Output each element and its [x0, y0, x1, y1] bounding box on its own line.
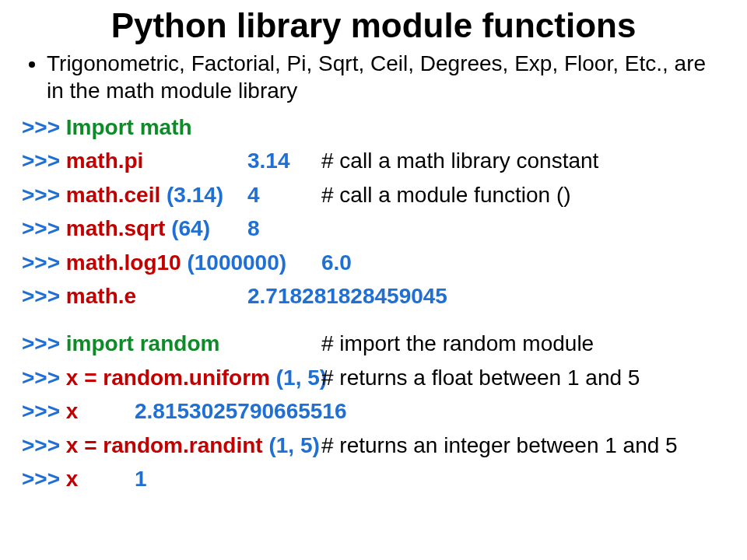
- repl-prompt: >>>: [22, 399, 60, 423]
- code-line-math-ceil: >>> math.ceil (3.14) 4 # call a module f…: [22, 178, 725, 212]
- code-line-import-math: >>> Import math: [22, 110, 725, 144]
- code-line-math-log10: >>> math.log10 (1000000) 6.0: [22, 246, 725, 279]
- arg-random-uniform: (1, 5): [276, 366, 327, 390]
- comment-import-random: # import the random module: [321, 331, 594, 355]
- arg-math-log10: (1000000): [187, 250, 286, 275]
- repl-prompt: >>>: [22, 366, 60, 390]
- result-math-ceil: 4: [247, 183, 260, 207]
- result-math-e: 2.718281828459045: [247, 284, 447, 308]
- repl-prompt: >>>: [22, 433, 60, 457]
- repl-prompt: >>>: [22, 115, 60, 139]
- code-line-x-uniform: >>> x 2.8153025790665516: [22, 394, 725, 428]
- code-line-math-e: >>> math.e 2.718281828459045: [22, 279, 725, 313]
- slide-title: Python library module functions: [22, 6, 725, 45]
- code-x: x: [66, 399, 79, 423]
- result-math-log10: 6.0: [321, 250, 352, 275]
- comment-math-pi: # call a math library constant: [321, 149, 598, 173]
- comment-random-randint: # returns an integer between 1 and 5: [321, 433, 678, 457]
- comment-math-ceil: # call a module function (): [321, 183, 571, 207]
- result-x-uniform: 2.8153025790665516: [135, 399, 347, 423]
- repl-prompt: >>>: [22, 183, 60, 207]
- repl-prompt: >>>: [22, 216, 60, 240]
- slide: Python library module functions Trigonom…: [0, 0, 747, 560]
- bullet-list: Trigonometric, Factorial, Pi, Sqrt, Ceil…: [22, 50, 725, 104]
- code-line-math-pi: >>> math.pi 3.14 # call a math library c…: [22, 144, 725, 177]
- repl-prompt: >>>: [22, 284, 60, 308]
- code-math-pi: math.pi: [66, 149, 144, 173]
- repl-prompt: >>>: [22, 149, 60, 173]
- repl-prompt: >>>: [22, 467, 60, 491]
- code-line-import-random: >>> import random # import the random mo…: [22, 327, 725, 360]
- code-x: x: [66, 467, 79, 491]
- code-import-math: Import math: [66, 115, 192, 139]
- result-math-sqrt: 8: [247, 216, 260, 240]
- code-random-randint: x = random.randint: [66, 433, 269, 457]
- repl-prompt: >>>: [22, 250, 60, 275]
- comment-random-uniform: # returns a float between 1 and 5: [321, 366, 640, 390]
- arg-math-ceil: (3.14): [167, 183, 223, 207]
- result-x-randint: 1: [135, 467, 147, 491]
- code-line-random-uniform: >>> x = random.uniform (1, 5) # returns …: [22, 361, 725, 394]
- blank-line: [22, 313, 725, 327]
- code-math-e: math.e: [66, 284, 136, 308]
- repl-prompt: >>>: [22, 331, 60, 355]
- code-random-uniform: x = random.uniform: [66, 366, 276, 390]
- result-math-pi: 3.14: [247, 149, 290, 173]
- code-import-random: import random: [66, 331, 220, 355]
- code-math-ceil: math.ceil: [66, 183, 167, 207]
- arg-random-randint: (1, 5): [268, 433, 319, 457]
- code-line-math-sqrt: >>> math.sqrt (64) 8: [22, 212, 725, 245]
- arg-math-sqrt: (64): [171, 216, 210, 240]
- code-line-x-randint: >>> x 1: [22, 462, 725, 495]
- code-math-sqrt: math.sqrt: [66, 216, 171, 240]
- code-math-log10: math.log10: [66, 250, 188, 275]
- code-line-random-randint: >>> x = random.randint (1, 5) # returns …: [22, 429, 725, 462]
- bullet-item: Trigonometric, Factorial, Pi, Sqrt, Ceil…: [47, 50, 725, 104]
